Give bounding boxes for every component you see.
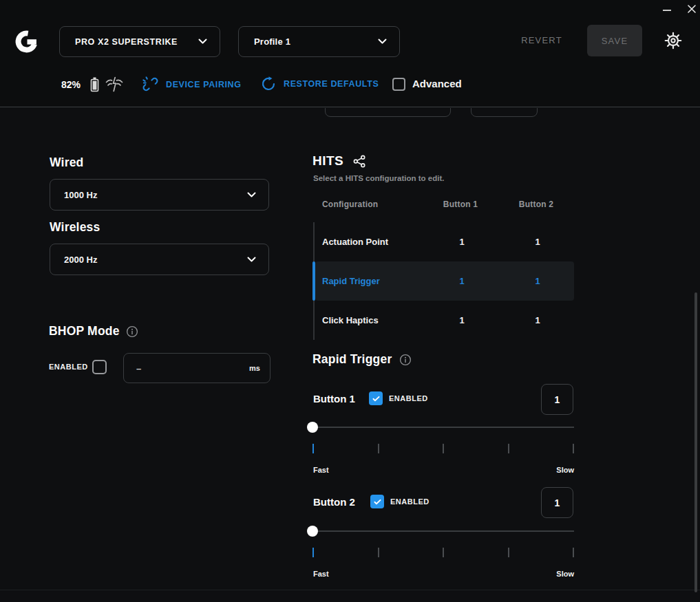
- wireless-rate-dropdown[interactable]: 2000 Hz: [50, 244, 269, 275]
- wired-rate-dropdown[interactable]: 1000 Hz: [50, 179, 269, 211]
- row-name: Actuation Point: [322, 237, 388, 247]
- button1-slider-handle[interactable]: [307, 422, 318, 433]
- button2-slider-handle[interactable]: [307, 526, 318, 537]
- device-selector[interactable]: PRO X2 SUPERSTRIKE: [59, 26, 220, 57]
- button1-slider-track[interactable]: [312, 427, 574, 428]
- row-button1-value: 1: [441, 276, 482, 286]
- chevron-down-icon: [378, 39, 387, 45]
- hits-configuration-table: Actuation Point 1 1 Rapid Trigger 1 1 Cl…: [312, 222, 574, 340]
- row-button1-value: 1: [441, 237, 482, 247]
- device-pairing-button[interactable]: DEVICE PAIRING: [142, 76, 242, 93]
- button1-min-label: Fast: [313, 466, 329, 474]
- minimize-button[interactable]: [663, 10, 671, 11]
- hits-col-button2: Button 2: [516, 200, 557, 209]
- bhop-enabled-checkbox[interactable]: [92, 360, 107, 374]
- button2-label: Button 2: [313, 496, 355, 508]
- restore-defaults-button[interactable]: RESTORE DEFAULTS: [260, 76, 379, 92]
- button1-slider-ticks: [312, 444, 574, 453]
- button2-enabled-label: ENABLED: [390, 497, 429, 506]
- revert-button[interactable]: REVERT: [515, 35, 569, 45]
- button1-max-label: Slow: [533, 466, 574, 474]
- hits-col-configuration: Configuration: [322, 200, 378, 209]
- button1-enabled-label: ENABLED: [389, 394, 428, 402]
- row-name: Rapid Trigger: [322, 276, 380, 286]
- button2-slider-track[interactable]: [312, 530, 574, 532]
- settings-panel: Wired 1000 Hz Wireless 2000 Hz BHOP Mode…: [0, 108, 700, 602]
- button1-label: Button 1: [313, 393, 355, 405]
- bhop-delay-value: –: [136, 363, 249, 374]
- button1-enabled-checkbox[interactable]: [369, 391, 383, 405]
- hits-row-click-haptics[interactable]: Click Haptics 1 1: [315, 301, 574, 340]
- hits-col-button1: Button 1: [440, 200, 481, 209]
- unlink-icon: [142, 76, 159, 93]
- bhop-enabled-label: ENABLED: [49, 363, 88, 371]
- bhop-delay-unit: ms: [249, 364, 260, 372]
- share-nodes-icon[interactable]: [352, 154, 367, 169]
- chevron-down-icon: [198, 39, 207, 45]
- info-circle-icon[interactable]: [399, 354, 412, 366]
- button2-enabled-checkbox[interactable]: [370, 495, 384, 508]
- wireless-heading: Wireless: [50, 220, 100, 235]
- chevron-down-icon: [247, 253, 256, 266]
- button1-value-box[interactable]: 1: [541, 384, 573, 415]
- button2-min-label: Fast: [313, 570, 329, 578]
- battery-percentage: 82%: [61, 79, 81, 90]
- restore-arrow-icon: [260, 76, 277, 92]
- wireless-rate-value: 2000 Hz: [64, 255, 247, 265]
- close-button[interactable]: [686, 3, 697, 14]
- footer-divider: [0, 590, 700, 590]
- wired-rate-value: 1000 Hz: [64, 190, 247, 200]
- button2-max-label: Slow: [533, 570, 574, 578]
- hits-subtitle: Select a HITS configuration to edit.: [313, 174, 444, 182]
- profile-selector[interactable]: Profile 1: [238, 26, 400, 57]
- cutoff-control-left[interactable]: [325, 108, 451, 117]
- chevron-down-icon: [247, 189, 256, 201]
- save-button[interactable]: SAVE: [587, 25, 642, 56]
- hits-heading: HITS: [312, 153, 343, 169]
- scrollbar-thumb[interactable]: [694, 292, 697, 592]
- bhop-delay-input[interactable]: – ms: [123, 353, 271, 383]
- row-button2-value: 1: [517, 276, 558, 286]
- bhop-mode-heading: BHOP Mode: [49, 324, 120, 338]
- info-circle-icon[interactable]: [126, 325, 138, 338]
- row-name: Click Haptics: [322, 315, 379, 325]
- app-header: PRO X2 SUPERSTRIKE Profile 1 REVERT SAVE: [0, 0, 700, 107]
- row-button2-value: 1: [517, 237, 558, 247]
- ghub-window: { "header": { "device_selector": "PRO X2…: [0, 0, 700, 602]
- check-icon: [373, 497, 382, 506]
- button2-value-box[interactable]: 1: [541, 487, 573, 518]
- advanced-label: Advanced: [412, 78, 462, 89]
- advanced-checkbox[interactable]: [392, 78, 405, 91]
- button2-slider-ticks: [312, 548, 574, 557]
- profile-selector-label: Profile 1: [254, 36, 370, 47]
- gear-icon: [664, 32, 682, 50]
- settings-button[interactable]: [664, 32, 682, 52]
- close-icon: [686, 3, 697, 14]
- wired-heading: Wired: [50, 155, 83, 170]
- logitech-g-logo: [14, 28, 40, 56]
- restore-defaults-label: RESTORE DEFAULTS: [284, 79, 379, 89]
- lightspeed-wireless-icon: [104, 76, 125, 96]
- row-button1-value: 1: [441, 315, 482, 325]
- battery-icon: [90, 76, 99, 95]
- device-selector-label: PRO X2 SUPERSTRIKE: [75, 37, 190, 47]
- row-button2-value: 1: [517, 315, 558, 325]
- rapid-trigger-heading: Rapid Trigger: [312, 352, 392, 367]
- device-pairing-label: DEVICE PAIRING: [166, 80, 242, 89]
- check-icon: [372, 394, 381, 403]
- hits-row-rapid-trigger[interactable]: Rapid Trigger 1 1: [315, 261, 574, 301]
- hits-row-actuation-point[interactable]: Actuation Point 1 1: [315, 222, 574, 261]
- cutoff-control-right[interactable]: [471, 108, 538, 117]
